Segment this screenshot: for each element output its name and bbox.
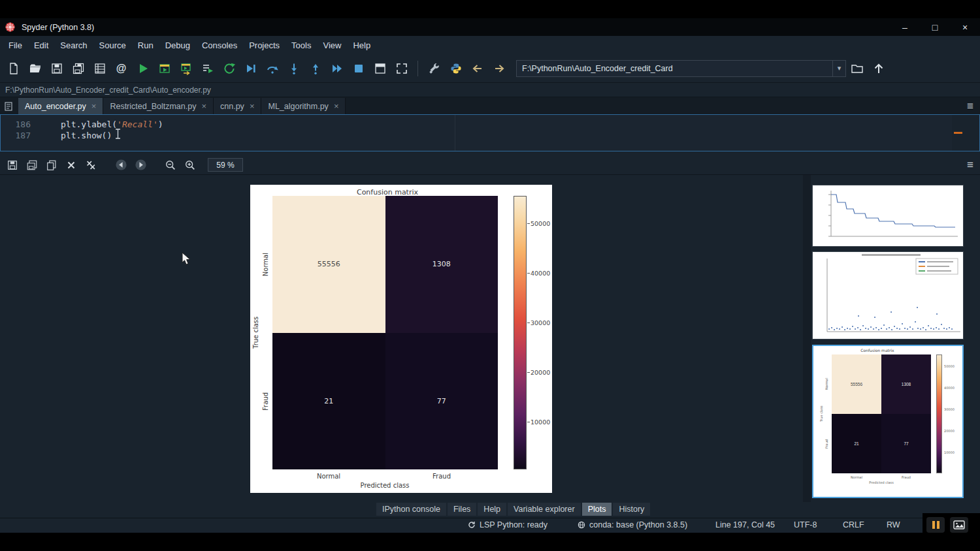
tab-files[interactable]: Files — [448, 503, 476, 516]
browse-tabs-icon — [4, 101, 14, 112]
eol-status: CRLF — [843, 520, 864, 529]
thumbnail-scatter-plot[interactable] — [812, 251, 964, 339]
previous-plot-icon — [115, 159, 127, 171]
back-button[interactable] — [466, 58, 488, 79]
menu-consoles[interactable]: Consoles — [196, 37, 243, 54]
remove-all-plots-icon — [85, 159, 97, 171]
tab-close-icon[interactable]: × — [334, 101, 339, 111]
forward-button[interactable] — [488, 58, 510, 79]
tab-close-icon[interactable]: × — [91, 101, 97, 111]
tab-label: cnn.py — [220, 102, 244, 111]
remove-all-plots-button[interactable] — [81, 157, 101, 174]
cell-true-fraud-pred-fraud: 77 — [385, 333, 498, 470]
screenshot-button[interactable] — [950, 517, 968, 533]
menu-view[interactable]: View — [317, 37, 347, 54]
browse-tabs-button[interactable] — [0, 98, 18, 114]
pythonpath-button[interactable] — [445, 58, 466, 79]
cell-true-fraud-pred-normal: 21 — [272, 333, 385, 470]
preferences-button[interactable] — [423, 58, 445, 79]
run-cell-button[interactable] — [154, 58, 175, 79]
tab-ml-algorithm[interactable]: ML_algorithm.py × — [261, 98, 346, 114]
zoom-in-button[interactable] — [180, 157, 200, 174]
overlay-controls — [923, 513, 980, 537]
maximize-pane-button[interactable] — [369, 58, 391, 79]
tab-cnn[interactable]: cnn.py × — [214, 98, 261, 114]
plots-scrollbar[interactable] — [803, 175, 811, 502]
parent-directory-button[interactable] — [868, 58, 889, 79]
text-cursor — [115, 129, 121, 142]
menu-file[interactable]: File — [3, 37, 28, 54]
thumbnail-confusion-matrix[interactable]: Confusion matrix True class Normal Fraud… — [812, 345, 964, 498]
file-switcher-button[interactable] — [89, 58, 110, 79]
code-editor[interactable]: 186 plt.ylabel('Recall') 187 plt.show() — [0, 114, 980, 151]
title-bar: Spyder (Python 3.8) – □ × — [0, 18, 980, 36]
save-all-button[interactable] — [67, 58, 89, 79]
menu-source[interactable]: Source — [93, 37, 132, 54]
encoding-status: UTF-8 — [794, 520, 817, 529]
close-button[interactable]: × — [950, 18, 980, 36]
open-file-button[interactable] — [24, 58, 46, 79]
new-file-button[interactable] — [3, 58, 24, 79]
symbol-finder-button[interactable]: @ — [110, 58, 132, 79]
mini-cell: 21 — [832, 414, 881, 473]
continue-button[interactable] — [326, 58, 348, 79]
line-plot-thumbnail-icon — [813, 185, 963, 246]
y-tick-fraud: Fraud — [261, 333, 270, 469]
maximize-button[interactable]: □ — [920, 18, 950, 36]
tab-help[interactable]: Help — [478, 503, 506, 516]
stop-debug-button[interactable] — [348, 58, 369, 79]
tab-auto-encoder[interactable]: Auto_encoder.py × — [18, 98, 103, 114]
tab-restricted-boltzman[interactable]: Restricted_Boltzman.py × — [103, 98, 214, 114]
save-all-plots-button[interactable] — [22, 157, 42, 174]
menu-debug[interactable]: Debug — [159, 37, 196, 54]
menu-search[interactable]: Search — [54, 37, 93, 54]
thumbnail-line-plot[interactable] — [812, 185, 964, 247]
editor-options-menu-icon[interactable]: ≡ — [960, 98, 980, 114]
tab-close-icon[interactable]: × — [250, 101, 255, 111]
working-directory-input[interactable] — [517, 61, 832, 76]
remove-plot-button[interactable] — [61, 157, 81, 174]
rerun-icon — [223, 62, 236, 75]
tab-close-icon[interactable]: × — [201, 101, 206, 111]
step-return-button[interactable] — [304, 58, 326, 79]
run-file-button[interactable] — [132, 58, 154, 79]
tab-variable-explorer[interactable]: Variable explorer — [508, 503, 581, 516]
next-plot-button[interactable] — [131, 157, 150, 174]
tab-plots[interactable]: Plots — [582, 503, 612, 516]
step-over-button[interactable] — [261, 58, 283, 79]
run-selection-button[interactable] — [197, 58, 218, 79]
next-plot-icon — [135, 159, 147, 171]
chevron-down-icon[interactable]: ▾ — [832, 61, 845, 76]
step-return-icon — [309, 62, 322, 75]
mini-colorbar-tick: 10000 — [944, 450, 955, 454]
copy-plot-button[interactable] — [42, 157, 61, 174]
plots-options-menu-icon[interactable]: ≡ — [967, 159, 973, 172]
rerun-button[interactable] — [218, 58, 240, 79]
colorbar-tick: 50000 — [531, 220, 550, 227]
debug-file-button[interactable] — [240, 58, 261, 79]
save-plot-button[interactable] — [3, 157, 22, 174]
zoom-out-button[interactable] — [161, 157, 180, 174]
mini-cell: 77 — [881, 414, 931, 473]
tab-history[interactable]: History — [613, 503, 650, 516]
tab-ipython-console[interactable]: IPython console — [376, 503, 446, 516]
fullscreen-button[interactable] — [391, 58, 412, 79]
tab-label: ML_algorithm.py — [268, 102, 328, 111]
browse-directory-button[interactable] — [846, 58, 868, 79]
pause-button[interactable] — [926, 517, 945, 533]
minimize-button[interactable]: – — [890, 18, 920, 36]
menu-help[interactable]: Help — [347, 37, 376, 54]
run-cell-advance-button[interactable] — [175, 58, 197, 79]
save-button[interactable] — [46, 58, 67, 79]
code-text: plt.ylabel('Recall') — [39, 119, 163, 130]
breadcrumb: F:\PythonRun\Auto_Encoder_credit_Card\Au… — [0, 83, 980, 97]
step-into-button[interactable] — [283, 58, 304, 79]
mouse-cursor — [182, 252, 191, 268]
screen: Spyder (Python 3.8) – □ × File Edit Sear… — [0, 0, 980, 551]
menu-tools[interactable]: Tools — [286, 37, 317, 54]
previous-plot-button[interactable] — [111, 157, 131, 174]
menu-run[interactable]: Run — [132, 37, 159, 54]
mini-cell: 1308 — [881, 354, 931, 414]
menu-projects[interactable]: Projects — [243, 37, 286, 54]
menu-edit[interactable]: Edit — [28, 37, 54, 54]
